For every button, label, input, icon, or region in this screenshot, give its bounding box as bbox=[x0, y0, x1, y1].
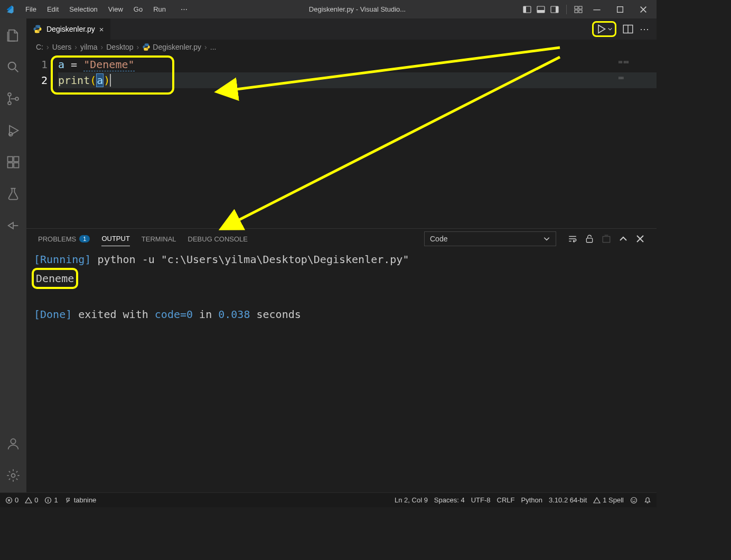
svg-rect-25 bbox=[586, 238, 592, 242]
svg-point-14 bbox=[8, 101, 11, 105]
split-editor-icon[interactable] bbox=[623, 24, 633, 34]
word-wrap-icon[interactable] bbox=[568, 234, 577, 244]
status-notifications-icon[interactable] bbox=[644, 497, 651, 504]
svg-rect-19 bbox=[14, 163, 18, 167]
svg-rect-29 bbox=[48, 500, 49, 502]
testing-icon[interactable] bbox=[0, 181, 26, 207]
editor-tab[interactable]: Degiskenler.py × bbox=[26, 18, 110, 40]
svg-point-21 bbox=[11, 439, 15, 444]
explorer-icon[interactable] bbox=[0, 23, 26, 48]
clear-output-icon[interactable] bbox=[602, 234, 611, 244]
panel-tab-terminal[interactable]: TERMINAL bbox=[142, 232, 176, 246]
breadcrumb-part[interactable]: Degiskenler.py bbox=[153, 43, 201, 51]
svg-rect-26 bbox=[603, 237, 610, 242]
editor-tabs: Degiskenler.py × ⋯ bbox=[26, 18, 657, 40]
svg-point-33 bbox=[634, 499, 635, 500]
breadcrumb-part[interactable]: yilma bbox=[80, 43, 98, 51]
tab-more-icon[interactable]: ⋯ bbox=[640, 23, 649, 35]
status-tabnine[interactable]: tabnine bbox=[64, 496, 97, 504]
settings-gear-icon[interactable] bbox=[0, 463, 26, 488]
breadcrumb-part[interactable]: C: bbox=[36, 43, 43, 51]
window-title: Degiskenler.py - Visual Studio... bbox=[192, 5, 523, 13]
svg-point-32 bbox=[632, 499, 633, 500]
breadcrumb[interactable]: C:› Users› yilma› Desktop› Degiskenler.p… bbox=[26, 40, 657, 54]
svg-rect-10 bbox=[593, 10, 600, 10]
python-file-icon bbox=[33, 24, 42, 34]
panel-tab-debug-console[interactable]: DEBUG CONSOLE bbox=[188, 232, 248, 246]
layout-panel-icon[interactable] bbox=[537, 5, 545, 14]
svg-rect-18 bbox=[8, 163, 13, 167]
menu-view[interactable]: View bbox=[104, 3, 127, 15]
search-icon[interactable] bbox=[0, 54, 26, 80]
extensions-icon[interactable] bbox=[0, 150, 26, 175]
breadcrumb-part[interactable]: ... bbox=[210, 43, 217, 51]
close-button[interactable] bbox=[634, 3, 652, 16]
breadcrumb-part[interactable]: Users bbox=[52, 43, 72, 51]
svg-rect-7 bbox=[579, 6, 582, 9]
tab-filename: Degiskenler.py bbox=[46, 25, 95, 33]
menu-run[interactable]: Run bbox=[149, 3, 170, 15]
svg-point-22 bbox=[12, 474, 15, 478]
svg-rect-17 bbox=[8, 157, 13, 162]
titlebar: File Edit Selection View Go Run ⋯ Degisk… bbox=[0, 0, 657, 18]
customize-layout-icon[interactable] bbox=[574, 5, 583, 14]
menu-file[interactable]: File bbox=[21, 3, 41, 15]
status-info[interactable]: 1 bbox=[44, 496, 58, 504]
panel-close-icon[interactable] bbox=[635, 234, 645, 244]
svg-rect-9 bbox=[579, 10, 582, 13]
panel-tab-output[interactable]: OUTPUT bbox=[101, 231, 129, 246]
run-debug-icon[interactable] bbox=[0, 118, 26, 143]
status-lncol[interactable]: Ln 2, Col 9 bbox=[395, 496, 428, 504]
svg-point-31 bbox=[631, 497, 637, 503]
minimize-button[interactable] bbox=[588, 3, 606, 16]
status-language[interactable]: Python bbox=[521, 496, 542, 504]
panel-tab-problems[interactable]: PROBLEMS1 bbox=[38, 232, 90, 246]
python-file-icon bbox=[142, 43, 151, 51]
status-spaces[interactable]: Spaces: 4 bbox=[434, 496, 465, 504]
lock-icon[interactable] bbox=[585, 234, 594, 244]
output-content[interactable]: [Running] python -u "c:\Users\yilma\Desk… bbox=[26, 249, 657, 492]
breadcrumb-part[interactable]: Desktop bbox=[106, 43, 133, 51]
status-bar: 0 0 1 tabnine Ln 2, Col 9 Spaces: 4 UTF-… bbox=[0, 492, 657, 507]
status-spell[interactable]: 1 Spell bbox=[593, 496, 624, 504]
svg-rect-1 bbox=[523, 6, 526, 13]
vscode-logo-icon bbox=[4, 4, 15, 15]
annotation-highlight-output: Deneme bbox=[32, 268, 78, 289]
remote-icon[interactable] bbox=[0, 213, 26, 238]
svg-point-13 bbox=[8, 93, 11, 96]
svg-point-12 bbox=[8, 62, 16, 70]
accounts-icon[interactable] bbox=[0, 431, 26, 456]
bottom-panel: PROBLEMS1 OUTPUT TERMINAL DEBUG CONSOLE … bbox=[26, 228, 657, 492]
status-feedback-icon[interactable] bbox=[630, 497, 638, 504]
menu-more-icon[interactable]: ⋯ bbox=[176, 3, 192, 15]
chevron-up-icon[interactable] bbox=[618, 234, 628, 244]
status-errors[interactable]: 0 bbox=[5, 496, 18, 504]
main-menu: File Edit Selection View Go Run ⋯ bbox=[21, 3, 192, 15]
status-warnings[interactable]: 0 bbox=[25, 496, 38, 504]
chevron-down-icon[interactable] bbox=[607, 26, 613, 32]
status-encoding[interactable]: UTF-8 bbox=[471, 496, 491, 504]
svg-rect-8 bbox=[575, 10, 578, 13]
menu-edit[interactable]: Edit bbox=[43, 3, 63, 15]
menu-go[interactable]: Go bbox=[129, 3, 147, 15]
menu-selection[interactable]: Selection bbox=[65, 3, 101, 15]
run-code-button[interactable] bbox=[592, 21, 616, 37]
layout-sidebar-left-icon[interactable] bbox=[523, 5, 531, 14]
layout-sidebar-right-icon[interactable] bbox=[550, 5, 559, 14]
status-interpreter[interactable]: 3.10.2 64-bit bbox=[549, 496, 587, 504]
svg-rect-20 bbox=[14, 157, 18, 162]
minimap[interactable]: ███ ████████ bbox=[618, 54, 655, 81]
svg-rect-30 bbox=[48, 499, 49, 499]
status-eol[interactable]: CRLF bbox=[497, 496, 515, 504]
running-tag: [Running] bbox=[34, 253, 91, 266]
play-icon bbox=[596, 24, 606, 34]
tab-close-icon[interactable]: × bbox=[99, 25, 104, 34]
code-editor[interactable]: 1 2 a = "Deneme" print(a) ███ ████████ bbox=[26, 54, 657, 228]
output-channel-select[interactable]: Code bbox=[424, 231, 556, 246]
maximize-button[interactable] bbox=[611, 3, 629, 16]
svg-rect-11 bbox=[617, 6, 623, 12]
svg-rect-5 bbox=[556, 6, 558, 13]
chevron-down-icon bbox=[543, 235, 550, 242]
problems-badge: 1 bbox=[79, 235, 90, 242]
source-control-icon[interactable] bbox=[0, 86, 26, 111]
